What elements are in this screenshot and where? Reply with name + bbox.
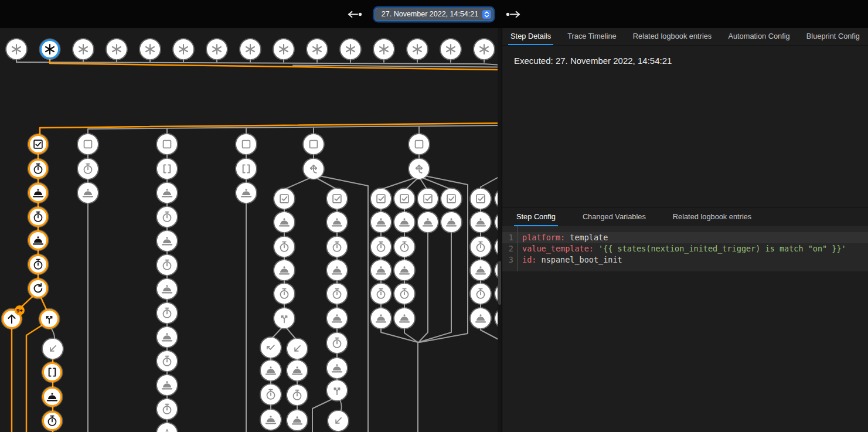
- choose-node[interactable]: [409, 159, 429, 179]
- repeat-node[interactable]: [28, 278, 48, 298]
- trigger-node[interactable]: [441, 39, 461, 59]
- delay-node[interactable]: [157, 303, 177, 323]
- branch-return-node[interactable]: [261, 338, 281, 358]
- delay-node[interactable]: [471, 237, 491, 257]
- graph-scrollbar-thumb[interactable]: [498, 261, 501, 305]
- next-trace-button[interactable]: [502, 8, 523, 21]
- service-call-node[interactable]: [441, 212, 461, 232]
- condition-node[interactable]: [236, 134, 256, 154]
- service-call-node[interactable]: [394, 212, 414, 232]
- condition-node[interactable]: [409, 134, 429, 154]
- tab-trace-timeline[interactable]: Trace Timeline: [565, 28, 618, 45]
- condition-pass-node[interactable]: [418, 189, 438, 209]
- condition-pass-node[interactable]: [371, 189, 391, 209]
- trigger-node[interactable]: [307, 39, 327, 59]
- delay-node[interactable]: [28, 207, 48, 227]
- service-call-node[interactable]: [274, 212, 294, 232]
- delay-node[interactable]: [394, 284, 414, 304]
- trigger-node[interactable]: [107, 39, 127, 59]
- delay-node[interactable]: [327, 284, 347, 304]
- template-node[interactable]: [42, 362, 62, 382]
- service-call-node[interactable]: [157, 279, 177, 299]
- previous-trace-button[interactable]: [345, 8, 366, 21]
- delay-node[interactable]: [371, 284, 391, 304]
- service-call-node[interactable]: [28, 230, 48, 250]
- delay-node[interactable]: [28, 159, 48, 179]
- delay-node[interactable]: [471, 284, 491, 304]
- condition-pass-node[interactable]: [394, 189, 414, 209]
- delay-node[interactable]: [42, 411, 62, 431]
- branch-enter-node[interactable]: [43, 339, 63, 359]
- trigger-node[interactable]: [40, 39, 60, 59]
- trigger-node[interactable]: [274, 39, 294, 59]
- trigger-node[interactable]: [341, 39, 360, 59]
- service-call-node[interactable]: [261, 360, 281, 380]
- parallel-node[interactable]: [327, 380, 347, 400]
- trigger-node[interactable]: [207, 39, 227, 59]
- condition-pass-node[interactable]: [28, 134, 48, 154]
- delay-node[interactable]: [371, 237, 391, 257]
- trigger-node[interactable]: [240, 39, 260, 59]
- service-call-node[interactable]: [327, 260, 347, 280]
- service-call-node[interactable]: [274, 260, 294, 280]
- delay-node[interactable]: [261, 385, 281, 404]
- parallel-node[interactable]: [274, 308, 294, 328]
- service-call-node[interactable]: [394, 308, 414, 328]
- tab-changed-variables[interactable]: Changed Variables: [580, 208, 648, 226]
- delay-node[interactable]: [274, 237, 294, 257]
- delay-node[interactable]: [157, 351, 177, 371]
- branch-enter-node[interactable]: [287, 339, 307, 359]
- service-call-node[interactable]: [78, 183, 98, 203]
- service-call-node[interactable]: [327, 358, 347, 378]
- service-call-node[interactable]: [371, 212, 391, 232]
- service-call-node[interactable]: [394, 260, 414, 280]
- service-call-node[interactable]: [236, 183, 256, 203]
- trigger-node[interactable]: [407, 39, 427, 59]
- condition-pass-node[interactable]: [274, 189, 294, 209]
- service-call-node[interactable]: [371, 308, 391, 328]
- tab-automation-config[interactable]: Automation Config: [726, 28, 792, 45]
- delay-node[interactable]: [157, 399, 177, 419]
- repeat-loop-node[interactable]: 9+: [2, 309, 22, 329]
- service-call-node[interactable]: [42, 387, 62, 407]
- template-node[interactable]: [157, 159, 177, 179]
- service-call-node[interactable]: [287, 410, 307, 430]
- trigger-node[interactable]: [140, 39, 160, 59]
- delay-node[interactable]: [394, 237, 414, 257]
- delay-node[interactable]: [157, 207, 177, 227]
- service-call-node[interactable]: [327, 212, 347, 232]
- condition-node[interactable]: [78, 134, 98, 154]
- delay-node[interactable]: [327, 333, 347, 353]
- condition-node[interactable]: [304, 134, 324, 154]
- delay-node[interactable]: [28, 254, 48, 274]
- tab-related-logbook-entries[interactable]: Related logbook entries: [670, 208, 754, 226]
- trace-select[interactable]: 27. November 2022, 14:54:21: [375, 8, 493, 21]
- service-call-node[interactable]: [157, 183, 177, 203]
- service-call-node[interactable]: [261, 410, 281, 430]
- service-call-node[interactable]: [471, 308, 491, 328]
- condition-pass-node[interactable]: [441, 189, 461, 209]
- service-call-node[interactable]: [327, 308, 347, 328]
- delay-node[interactable]: [78, 159, 98, 179]
- choose-node[interactable]: [304, 159, 324, 179]
- branch-enter-node[interactable]: [328, 411, 348, 431]
- delay-node[interactable]: [274, 284, 294, 304]
- condition-node[interactable]: [157, 134, 177, 154]
- service-call-node[interactable]: [471, 260, 491, 280]
- template-node[interactable]: [236, 159, 256, 179]
- trigger-node[interactable]: [6, 39, 26, 59]
- tab-step-config[interactable]: Step Config: [514, 208, 558, 226]
- service-call-node[interactable]: [371, 260, 391, 280]
- service-call-node[interactable]: [157, 327, 177, 347]
- trigger-node[interactable]: [374, 39, 394, 59]
- tab-blueprint-config[interactable]: Blueprint Config: [804, 28, 862, 45]
- delay-node[interactable]: [157, 255, 177, 275]
- service-call-node[interactable]: [418, 212, 438, 232]
- service-call-node[interactable]: [471, 212, 491, 232]
- service-call-node[interactable]: [287, 360, 307, 380]
- trigger-node[interactable]: [474, 39, 494, 59]
- parallel-node[interactable]: [39, 309, 59, 329]
- delay-node[interactable]: [287, 385, 307, 405]
- trigger-node[interactable]: [73, 39, 93, 59]
- delay-node[interactable]: [327, 237, 347, 257]
